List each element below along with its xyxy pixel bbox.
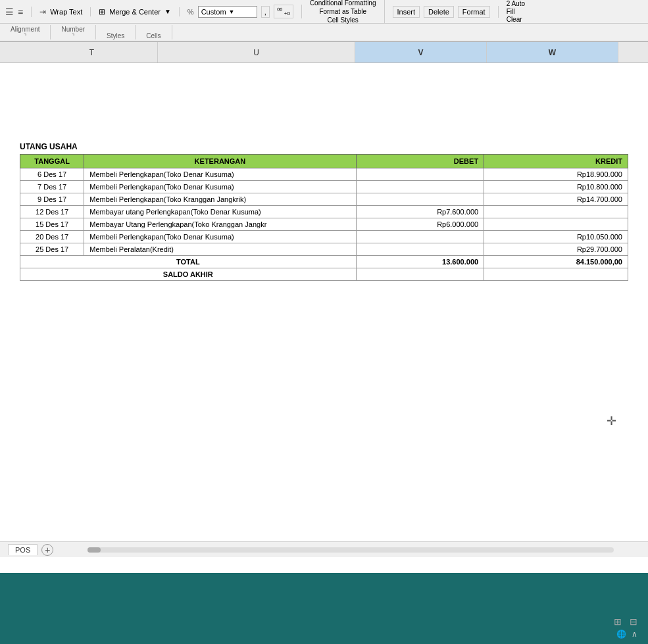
system-tray: 🌐 ∧ (616, 630, 637, 639)
th-debet: DEBET (356, 155, 484, 168)
table-row: 6 Des 17Membeli Perlengkapan(Toko Denar … (20, 168, 628, 181)
cell-tanggal-4: 15 Des 17 (20, 218, 84, 231)
table-row: 25 Des 17Membeli Peralatan(Kredit)Rp29.7… (20, 243, 628, 256)
saldo-label: SALDO AKHIR (20, 268, 357, 281)
number-expand-icon[interactable]: ⌝ (72, 33, 74, 39)
saldo-row: SALDO AKHIR (20, 268, 628, 281)
merge-icon: ⊞ (99, 7, 105, 16)
toolbar-row: ☰ ≡ ⇥ Wrap Text ⊞ Merge & Center ▼ % Cus… (0, 0, 648, 24)
cell-debet-2 (356, 193, 484, 206)
alignment-group-label: Alignment ⌝ (0, 25, 51, 39)
cell-keterangan-0: Membeli Perlengkapan(Toko Denar Kusuma) (84, 168, 356, 181)
cell-tanggal-0: 6 Des 17 (20, 168, 84, 181)
alignment-expand-icon[interactable]: ⌝ (24, 33, 26, 39)
ledger-body: 6 Des 17Membeli Perlengkapan(Toko Denar … (20, 168, 628, 256)
table-row: 9 Des 17Membeli Perlengkapan(Toko Krangg… (20, 193, 628, 206)
cell-debet-6 (356, 243, 484, 256)
total-row: TOTAL 13.600.000 84.150.000,00 (20, 256, 628, 268)
merge-dropdown-icon[interactable]: ▼ (164, 8, 171, 15)
merge-section: ⊞ Merge & Center ▼ (99, 7, 180, 16)
percent-btn[interactable]: ⁰⁰ +0 (274, 5, 293, 18)
wrap-text-label: Wrap Text (50, 8, 82, 16)
format-button[interactable]: Format (458, 6, 490, 18)
add-sheet-button[interactable]: + (41, 544, 53, 556)
number-format-icon: % (187, 8, 194, 16)
alignment-label: Alignment (11, 26, 39, 33)
cell-tanggal-2: 9 Des 17 (20, 193, 84, 206)
col-header-U[interactable]: U (158, 42, 355, 62)
format-table-btn[interactable]: Format as Table (319, 8, 366, 15)
th-keterangan: KETERANGAN (84, 155, 356, 168)
cell-kredit-1: Rp10.800.000 (484, 181, 628, 193)
total-kredit: 84.150.000,00 (484, 256, 628, 268)
number-format-value: Custom (201, 8, 226, 16)
cell-kredit-4 (484, 218, 628, 231)
ribbon-labels: Alignment ⌝ Number ⌝ Styles Cells (0, 24, 648, 42)
styles-section: Conditional Formatting Format as Table C… (310, 0, 385, 24)
table-row: 7 Des 17Membeli Perlengkapan(Toko Denar … (20, 181, 628, 193)
grid-icon-2: ⊟ (630, 616, 637, 627)
align-center-icon: ≡ (18, 7, 23, 17)
number-format-chevron[interactable]: ▼ (229, 9, 235, 15)
total-label: TOTAL (20, 256, 357, 268)
scrollbar-thumb (87, 547, 101, 553)
cell-kredit-3 (484, 206, 628, 218)
total-debet: 13.600.000 (356, 256, 484, 268)
column-headers: T U V W (0, 42, 648, 63)
insert-button[interactable]: Insert (393, 6, 420, 18)
fill-label: Fill (507, 8, 515, 15)
conditional-format-btn[interactable]: Conditional Formatting (310, 0, 376, 7)
table-row: 20 Des 17Membeli Perlengkapan(Toko Denar… (20, 231, 628, 243)
cell-debet-1 (356, 181, 484, 193)
taskbar: ⊞ ⊟ 🌐 ∧ (0, 573, 648, 644)
right-toolbar: 2 Auto Fill Clear (507, 0, 525, 23)
cell-tanggal-6: 25 Des 17 (20, 243, 84, 256)
cells-section: Insert Delete Format (393, 6, 499, 18)
cell-kredit-0: Rp18.900.000 (484, 168, 628, 181)
horizontal-scrollbar[interactable] (87, 547, 614, 553)
cell-keterangan-3: Membayar utang Perlengkapan(Toko Denar K… (84, 206, 356, 218)
col-header-V[interactable]: V (355, 42, 487, 62)
th-tanggal: TANGGAL (20, 155, 84, 168)
saldo-kredit-empty (484, 268, 628, 281)
table-header-row: TANGGAL KETERANGAN DEBET KREDIT (20, 155, 628, 168)
styles-group-label: Styles (96, 25, 136, 39)
cell-debet-3: Rp7.600.000 (356, 206, 484, 218)
cell-keterangan-6: Membeli Peralatan(Kredit) (84, 243, 356, 256)
cell-tanggal-3: 12 Des 17 (20, 206, 84, 218)
wrap-text-icon: ⇥ (39, 7, 46, 16)
comma-btn[interactable]: , (261, 6, 270, 18)
cell-styles-btn[interactable]: Cell Styles (328, 16, 359, 24)
col-V-label: V (418, 48, 423, 57)
align-left-icon: ☰ (5, 7, 14, 17)
table-row: 12 Des 17Membayar utang Perlengkapan(Tok… (20, 206, 628, 218)
cell-keterangan-1: Membeli Perlengkapan(Toko Denar Kusuma) (84, 181, 356, 193)
ledger-footer: TOTAL 13.600.000 84.150.000,00 SALDO AKH… (20, 256, 628, 281)
styles-label: Styles (107, 32, 124, 39)
cell-debet-5 (356, 231, 484, 243)
utang-usaha-section: UTANG USAHA TANGGAL KETERANGAN DEBET (20, 142, 628, 281)
statusbar: POS + (0, 541, 648, 557)
col-U-label: U (253, 48, 259, 57)
number-format-dropdown[interactable]: Custom ▼ (198, 6, 257, 18)
col-header-W[interactable]: W (487, 42, 618, 62)
globe-icon: 🌐 (616, 630, 626, 639)
ledger-table: TANGGAL KETERANGAN DEBET KREDIT (20, 154, 628, 281)
spreadsheet-area: UTANG USAHA TANGGAL KETERANGAN DEBET (0, 63, 648, 573)
number-label: Number (61, 26, 85, 33)
number-format-section: % Custom ▼ , ⁰⁰ +0 (187, 5, 302, 18)
sheet-tab-pos[interactable]: POS (8, 544, 37, 555)
grid-icon: ⊞ (614, 616, 622, 627)
cells-group-label: Cells (136, 25, 172, 39)
col-header-T[interactable]: T (26, 42, 158, 62)
cursor-icon: ✛ (607, 414, 616, 428)
delete-button[interactable]: Delete (424, 6, 454, 18)
empty-rows (20, 76, 628, 103)
cell-tanggal-5: 20 Des 17 (20, 231, 84, 243)
taskbar-icons: ⊞ ⊟ (614, 616, 637, 627)
cell-keterangan-2: Membeli Perlengkapan(Toko Kranggan Jangk… (84, 193, 356, 206)
auto-sum-label: 2 Auto (507, 0, 525, 7)
col-T-label: T (89, 48, 94, 57)
cell-kredit-6: Rp29.700.000 (484, 243, 628, 256)
alignment-section: ☰ ≡ (5, 7, 32, 17)
